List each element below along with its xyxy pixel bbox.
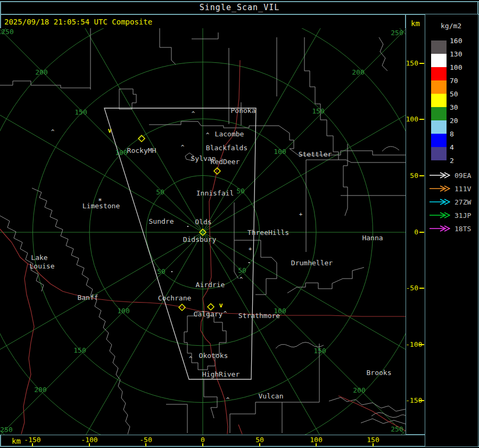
scan-timestamp: 2025/09/18 21:05:54 UTC Composite — [4, 18, 152, 26]
range-ring-label: 150 — [313, 347, 326, 355]
asterisk-marker: * — [98, 197, 102, 205]
map-markers: vv^^^^^^^^*++ — [51, 110, 303, 403]
dot-marker — [249, 262, 250, 263]
radar-map-svg: 5050505010010010010015015015015020020020… — [0, 28, 406, 435]
city-label-threehills: ThreeHills — [247, 229, 289, 237]
y-axis-tick-label: 0 — [406, 228, 418, 236]
x-axis-tick-mark — [32, 443, 33, 446]
range-ring-label: 200 — [352, 68, 364, 76]
check-marker: v — [219, 302, 222, 309]
city-label-olds: Olds — [195, 218, 211, 226]
city-label-cochrane: Cochrane — [158, 294, 192, 302]
city-label-innisfail: Innisfail — [196, 189, 234, 197]
city-label-calgary: Calgary — [194, 310, 223, 318]
y-axis-tick-mark — [419, 400, 424, 401]
radar-legend-row: 09EA — [429, 171, 478, 180]
range-ring-label: 200 — [353, 386, 365, 394]
plus-marker: + — [249, 246, 252, 252]
scale-color-swatch — [431, 107, 447, 120]
x-axis: km -150-100-50050100150 — [0, 435, 425, 446]
titlebar: Single_Scan_VIL — [0, 3, 479, 14]
city-label-lake: Lake — [31, 254, 47, 262]
radar-legend-row: 111V — [429, 184, 478, 193]
city-label-sundre: Sundre — [149, 217, 174, 225]
range-ring-label: 100 — [274, 148, 286, 156]
azimuth-spoke — [54, 28, 203, 232]
scale-color-swatch — [431, 94, 447, 107]
radar-legend-row: 18TS — [429, 224, 478, 233]
x-axis-tick-label: 50 — [246, 436, 273, 444]
x-axis-tick-label: 100 — [303, 436, 329, 444]
caret-marker: ^ — [189, 355, 193, 362]
plus-marker: + — [299, 211, 303, 218]
radar-legend-row: 31JP — [429, 211, 478, 219]
scale-value-label: 50 — [450, 90, 473, 98]
radar-id-label: 18TS — [455, 225, 471, 233]
y-axis-tick-mark — [419, 63, 424, 64]
range-ring-label: 250 — [391, 425, 403, 433]
scale-color-swatch — [431, 147, 447, 160]
scale-value-label: 30 — [450, 103, 473, 111]
scale-value-label: 20 — [450, 117, 473, 125]
city-label-highriver: HighRiver — [202, 370, 240, 378]
x-axis-tick-mark — [316, 443, 317, 446]
radar-id-label: 27ZW — [455, 198, 471, 206]
dot-marker — [171, 271, 172, 272]
radar-arrow-icon — [429, 212, 450, 218]
y-axis-tick-label: 150 — [406, 59, 418, 67]
x-axis-tick-label: -100 — [76, 436, 103, 444]
y-axis: km 150100500-50-100-150 — [406, 14, 425, 435]
city-label-didsbury: Didsbury — [183, 235, 217, 243]
y-axis-tick-mark — [419, 175, 424, 176]
city-label-vulcan: Vulcan — [259, 392, 284, 400]
radar-map-canvas[interactable]: 5050505010010010010015015015015020020020… — [0, 28, 406, 435]
city-label-strathmore: Strathmore — [238, 312, 280, 320]
radar-id-label: 31JP — [455, 211, 471, 219]
city-label-hanna: Hanna — [362, 234, 383, 242]
range-ring-label: 150 — [312, 107, 324, 115]
y-axis-tick-label: 100 — [406, 115, 418, 123]
x-axis-tick-mark — [202, 443, 203, 446]
scale-unit-label: kg/m2 — [441, 22, 461, 30]
radar-app-window: { "window": { "title": "Single_Scan_VIL"… — [0, 0, 479, 448]
range-ring-label: 100 — [115, 149, 127, 157]
city-label-okotoks: Okotoks — [199, 352, 228, 360]
caret-marker: ^ — [240, 276, 243, 283]
range-ring-label: 200 — [34, 386, 46, 394]
scale-color-swatch — [431, 40, 447, 54]
caret-marker: ^ — [192, 110, 195, 117]
radar-id-label: 111V — [455, 185, 471, 193]
scale-value-label: 160 — [450, 37, 473, 45]
city-label-reddeer: RedDeer — [211, 158, 240, 166]
scale-color-swatch — [431, 67, 447, 80]
check-marker: v — [108, 127, 111, 134]
azimuth-spoke — [203, 232, 406, 381]
scale-value-label: 8 — [450, 130, 473, 138]
city-label-brooks: Brooks — [367, 369, 392, 377]
range-ring-label: 250 — [1, 28, 13, 36]
window-title: Single_Scan_VIL — [200, 3, 279, 12]
caret-marker: ^ — [206, 132, 210, 139]
city-label-rockymh: RockyMH — [127, 146, 156, 154]
x-axis-tick-mark — [259, 443, 260, 446]
range-ring-label: 250 — [391, 29, 403, 37]
azimuth-spoke — [0, 232, 203, 381]
y-axis-tick-mark — [419, 344, 424, 345]
x-axis-tick-mark — [145, 443, 146, 446]
city-label-louise: Louise — [30, 262, 55, 270]
scale-color-swatch — [431, 120, 447, 134]
caret-marker: ^ — [181, 144, 185, 151]
x-axis-tick-label: 150 — [360, 436, 386, 444]
x-axis-tick-mark — [373, 443, 374, 446]
city-label-airdrie: Airdrie — [196, 281, 225, 289]
radar-arrow-icon — [429, 199, 450, 205]
scale-value-label: 100 — [450, 63, 473, 71]
y-axis-tick-mark — [419, 288, 424, 289]
y-axis-tick-mark — [419, 232, 424, 233]
radar-site-marker — [208, 304, 214, 310]
range-ring-label: 250 — [0, 426, 12, 434]
city-label-lacombe: Lacombe — [215, 130, 244, 138]
x-axis-tick-mark — [89, 443, 90, 446]
range-ring-label: 200 — [35, 68, 47, 76]
x-axis-tick-label: -50 — [133, 436, 159, 444]
